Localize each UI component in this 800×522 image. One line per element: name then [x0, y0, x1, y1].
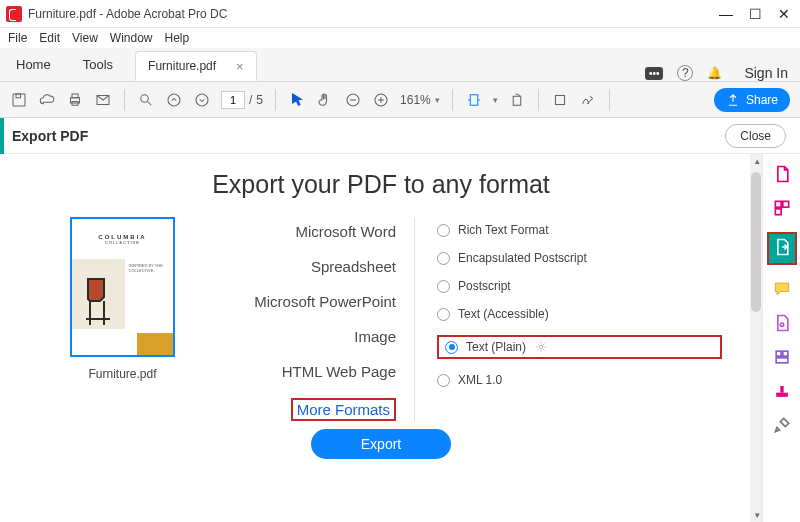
more-tools-icon[interactable] — [772, 415, 792, 435]
maximize-button[interactable]: ☐ — [749, 6, 762, 22]
menu-window[interactable]: Window — [110, 31, 153, 45]
panel-close-button[interactable]: Close — [725, 124, 786, 148]
page-down-icon[interactable] — [193, 91, 211, 109]
svg-rect-21 — [775, 209, 781, 215]
edit-pdf-icon[interactable] — [772, 313, 792, 333]
title-bar: Furniture.pdf - Adobe Acrobat Pro DC — ☐… — [0, 0, 800, 28]
document-thumbnail[interactable]: COLUMBIA COLLECTIVE INSPIRED BY THE COLL… — [70, 217, 175, 357]
zoom-in-icon[interactable] — [372, 91, 390, 109]
thumb-brand: COLUMBIA — [98, 234, 146, 240]
menu-help[interactable]: Help — [165, 31, 190, 45]
rotate-icon[interactable] — [508, 91, 526, 109]
share-button[interactable]: Share — [714, 88, 790, 112]
svg-rect-24 — [782, 351, 787, 356]
svg-line-7 — [148, 101, 152, 105]
format-spreadsheet[interactable]: Spreadsheet — [311, 258, 396, 275]
option-text-plain[interactable]: Text (Plain) — [445, 340, 526, 354]
cloud-icon[interactable] — [38, 91, 56, 109]
export-button[interactable]: Export — [311, 429, 451, 459]
svg-rect-19 — [775, 201, 781, 207]
menu-bar: File Edit View Window Help — [0, 28, 800, 48]
create-pdf-icon[interactable] — [772, 164, 792, 184]
page-indicator: / 5 — [221, 91, 263, 109]
option-xml[interactable]: XML 1.0 — [437, 373, 722, 387]
close-window-button[interactable]: ✕ — [778, 6, 790, 22]
fit-width-icon[interactable] — [465, 91, 483, 109]
page-up-icon[interactable] — [165, 91, 183, 109]
svg-point-8 — [168, 94, 180, 106]
panel-accent — [0, 118, 4, 154]
menu-edit[interactable]: Edit — [39, 31, 60, 45]
format-html[interactable]: HTML Web Page — [282, 363, 396, 380]
svg-point-18 — [539, 345, 543, 349]
scrollbar-track[interactable]: ▴ ▾ — [750, 154, 762, 522]
scroll-up-icon[interactable]: ▴ — [755, 156, 760, 166]
stamp-icon[interactable] — [772, 381, 792, 401]
fill-sign-icon[interactable] — [772, 347, 792, 367]
tab-row: Home Tools Furniture.pdf × ••• ? 🔔 Sign … — [0, 48, 800, 82]
format-options: Rich Text Format Encapsulated Postscript… — [415, 217, 722, 421]
svg-point-22 — [780, 323, 783, 326]
option-postscript[interactable]: Postscript — [437, 279, 722, 293]
svg-rect-25 — [776, 358, 788, 363]
hand-icon[interactable] — [316, 91, 334, 109]
option-eps[interactable]: Encapsulated Postscript — [437, 251, 722, 265]
option-rtf[interactable]: Rich Text Format — [437, 223, 722, 237]
bell-icon[interactable]: 🔔 — [707, 66, 722, 80]
sign-in-link[interactable]: Sign In — [744, 65, 788, 81]
svg-rect-0 — [13, 94, 25, 106]
mail-icon[interactable] — [94, 91, 112, 109]
option-text-accessible[interactable]: Text (Accessible) — [437, 307, 722, 321]
comment-icon[interactable] — [772, 279, 792, 299]
export-pdf-icon — [772, 237, 792, 257]
thumb-accent — [137, 333, 173, 355]
gear-icon[interactable] — [534, 340, 548, 354]
panel-title: Export PDF — [12, 128, 88, 144]
thumb-sub: COLLECTIVE — [98, 240, 146, 245]
tab-document-label: Furniture.pdf — [148, 59, 216, 73]
tab-tools[interactable]: Tools — [67, 47, 129, 81]
zoom-out-icon[interactable] — [344, 91, 362, 109]
format-powerpoint[interactable]: Microsoft PowerPoint — [254, 293, 396, 310]
svg-rect-1 — [16, 94, 21, 98]
scroll-down-icon[interactable]: ▾ — [755, 510, 760, 520]
window-title: Furniture.pdf - Adobe Acrobat Pro DC — [28, 7, 227, 21]
page-current-input[interactable] — [221, 91, 245, 109]
page-separator: / — [249, 93, 252, 107]
help-icon[interactable]: ? — [677, 65, 693, 81]
export-content: ▴ ▾ Export your PDF to any format COLUMB… — [0, 154, 762, 522]
search-icon[interactable] — [137, 91, 155, 109]
right-sidebar — [762, 154, 800, 522]
sign-icon[interactable] — [579, 91, 597, 109]
selection-arrow-icon[interactable] — [288, 91, 306, 109]
menu-view[interactable]: View — [72, 31, 98, 45]
organize-icon[interactable] — [772, 198, 792, 218]
share-label: Share — [746, 93, 778, 107]
menu-file[interactable]: File — [8, 31, 27, 45]
zoom-dropdown[interactable]: 161% ▾ — [400, 93, 440, 107]
svg-rect-23 — [776, 351, 781, 356]
tab-close-icon[interactable]: × — [236, 59, 244, 74]
svg-rect-20 — [782, 201, 788, 207]
format-image[interactable]: Image — [354, 328, 396, 345]
format-word[interactable]: Microsoft Word — [295, 223, 396, 240]
tab-document[interactable]: Furniture.pdf × — [135, 51, 257, 81]
export-pdf-tool-selected[interactable] — [767, 232, 797, 265]
svg-rect-17 — [555, 95, 564, 104]
print-icon[interactable] — [66, 91, 84, 109]
thumb-body: INSPIRED BY THE COLLECTIVE. — [125, 259, 173, 329]
main-toolbar: / 5 161% ▾ ▾ Share — [0, 82, 800, 118]
chat-icon[interactable]: ••• — [645, 67, 664, 80]
minimize-button[interactable]: — — [719, 6, 733, 22]
tab-home[interactable]: Home — [0, 47, 67, 81]
scrollbar-thumb[interactable] — [751, 172, 761, 312]
acrobat-app-icon — [6, 6, 22, 22]
svg-rect-15 — [470, 94, 478, 105]
format-more[interactable]: More Formats — [291, 398, 396, 421]
highlight-icon[interactable] — [551, 91, 569, 109]
save-icon[interactable] — [10, 91, 28, 109]
fit-dropdown-icon[interactable]: ▾ — [493, 95, 498, 105]
svg-rect-3 — [72, 94, 78, 98]
page-total: 5 — [256, 93, 263, 107]
chair-icon — [78, 274, 118, 329]
